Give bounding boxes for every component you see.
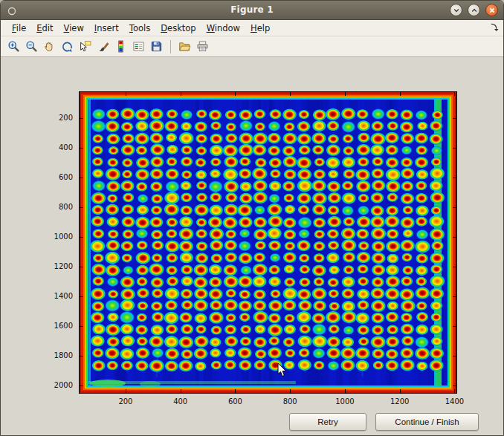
colorbar-button[interactable] <box>112 38 129 55</box>
open-button[interactable] <box>176 38 193 55</box>
menu-desktop[interactable]: Desktop <box>155 21 201 36</box>
zoom-out-button[interactable] <box>23 38 40 55</box>
y-tick-label: 600 <box>48 173 73 182</box>
x-tick-label: 1200 <box>385 397 415 406</box>
menu-help[interactable]: Help <box>245 21 275 36</box>
y-tick-label: 1800 <box>48 351 73 360</box>
menu-insert[interactable]: Insert <box>89 21 124 36</box>
zoom-in-button[interactable] <box>5 38 22 55</box>
y-tick-label: 200 <box>48 114 73 123</box>
brush-button[interactable] <box>94 38 112 55</box>
window-controls <box>450 4 498 16</box>
figure-canvas-area: Retry Continue / Finish 2004006008001000… <box>1 57 503 435</box>
y-tick-label: 800 <box>48 203 73 212</box>
x-tick-label: 1400 <box>439 397 469 406</box>
menubar: FileEditViewInsertToolsDesktopWindowHelp <box>1 20 503 36</box>
shade-button[interactable] <box>450 4 462 16</box>
window-title: Figure 1 <box>1 4 503 15</box>
x-tick-label: 800 <box>275 397 305 406</box>
x-tick-label: 400 <box>166 397 196 406</box>
axes-box <box>79 91 457 394</box>
y-tick-label: 2000 <box>48 381 73 390</box>
rotate-3d-button[interactable] <box>59 38 76 55</box>
y-tick-label: 1400 <box>48 292 73 301</box>
data-cursor-button[interactable] <box>77 38 94 55</box>
menu-tools[interactable]: Tools <box>124 21 155 36</box>
y-tick-label: 1200 <box>48 262 73 271</box>
x-tick-label: 600 <box>220 397 250 406</box>
retry-button[interactable]: Retry <box>289 413 366 431</box>
maximize-button[interactable] <box>468 4 480 16</box>
y-tick-label: 1000 <box>48 232 73 241</box>
x-tick-label: 200 <box>111 397 140 406</box>
toolbar <box>1 36 503 57</box>
figure-window: Figure 1 FileEditViewInsertToolsDesktopW… <box>0 0 504 436</box>
menu-edit[interactable]: Edit <box>31 21 58 36</box>
legend-button[interactable] <box>130 38 147 55</box>
y-tick-label: 1600 <box>48 322 73 331</box>
pan-button[interactable] <box>41 38 58 55</box>
x-tick-label: 1000 <box>330 397 360 406</box>
plot-image[interactable] <box>80 92 456 393</box>
menu-view[interactable]: View <box>59 21 89 36</box>
continue-finish-button[interactable]: Continue / Finish <box>375 413 479 431</box>
save-button[interactable] <box>148 38 165 55</box>
titlebar[interactable]: Figure 1 <box>1 1 503 20</box>
close-button[interactable] <box>485 4 498 16</box>
menu-file[interactable]: File <box>7 21 31 36</box>
menu-window[interactable]: Window <box>201 21 245 36</box>
toolbar-separator <box>170 40 171 53</box>
y-tick-label: 400 <box>48 143 73 152</box>
print-button[interactable] <box>194 38 211 55</box>
dock-figure-button[interactable] <box>488 22 500 34</box>
